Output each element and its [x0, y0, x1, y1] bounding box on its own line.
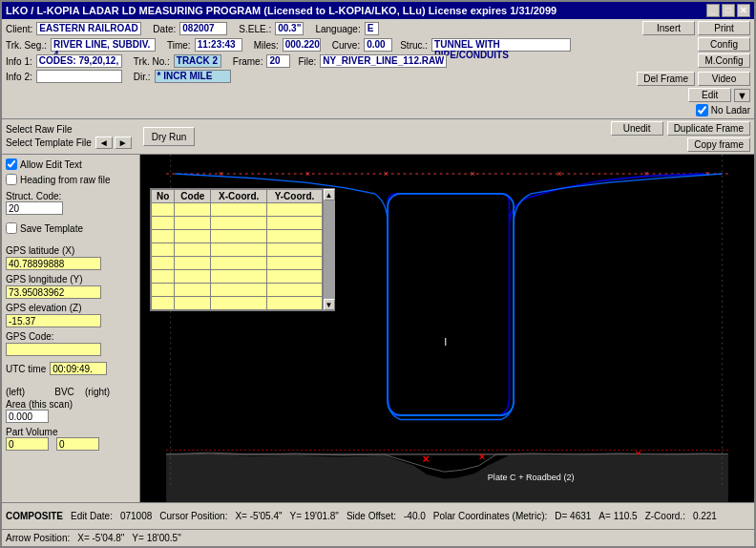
m-config-button[interactable]: M.Config	[698, 53, 750, 68]
main-window: LKO / L-KOPIA LADAR LD MEASURING PROGRAM…	[0, 0, 756, 548]
s-ele-value: 00.3"	[275, 22, 304, 35]
col-x: X-Coord.	[211, 190, 267, 203]
composite-label: COMPOSITE	[6, 511, 63, 521]
right-label: (right)	[85, 387, 110, 397]
data-table: No Code X-Coord. Y-Coord.	[150, 188, 335, 311]
language-value: E	[365, 22, 379, 35]
minimize-button[interactable]: _	[706, 4, 720, 17]
curve-label: Curve:	[332, 40, 360, 51]
del-frame-button[interactable]: Del Frame	[637, 72, 695, 86]
close-button[interactable]: ✕	[737, 4, 750, 17]
gps-elev-label: GPS elevation (Z)	[6, 303, 136, 313]
top-header: Client: EASTERN RAILROAD Date: 082007 S.…	[2, 19, 754, 119]
gps-elev-input[interactable]	[6, 314, 101, 327]
status-bar-2: Arrow Position: X= -5'04.8" Y= 18'00.5"	[2, 529, 754, 546]
unedit-button[interactable]: Unedit	[611, 121, 663, 136]
insert-button[interactable]: Insert	[642, 21, 695, 35]
gps-lat-input[interactable]	[6, 257, 101, 270]
area-value-input[interactable]	[6, 410, 49, 423]
copy-frame-button[interactable]: Copy frame	[687, 137, 750, 152]
bvc-label: BVC	[48, 387, 81, 397]
svg-text:×: ×	[384, 169, 388, 179]
heading-raw-checkbox[interactable]	[6, 174, 17, 185]
area-section: (left) BVC (right) Area (this scan) Part…	[6, 387, 136, 451]
info2-label: Info 2:	[6, 72, 32, 82]
cursor-pos-label: Cursor Position:	[159, 511, 227, 521]
scroll-down-btn[interactable]: ▼	[324, 299, 335, 310]
svg-text:Plate C + Roadbed (2): Plate C + Roadbed (2)	[488, 473, 575, 482]
copy-row: Copy frame	[611, 137, 750, 152]
part-vol-right[interactable]	[56, 437, 99, 451]
polar-a: A= 110.5	[598, 511, 637, 521]
side-offset-value: -40.0	[404, 511, 426, 521]
frame-value: 20	[266, 54, 290, 68]
gps-code-input[interactable]	[6, 343, 101, 356]
duplicate-frame-button[interactable]: Duplicate Frame	[667, 121, 750, 136]
header-right: Insert Print Config M.Config Del Frame V…	[578, 21, 750, 116]
scroll-right-button[interactable]: ►	[115, 137, 132, 149]
left-panel: Allow Edit Text Heading from raw file St…	[2, 155, 140, 502]
gps-lon-input[interactable]	[6, 285, 101, 299]
svg-text:I: I	[444, 336, 447, 348]
scroll-up-btn[interactable]: ▲	[324, 189, 335, 200]
z-coord-label: Z-Coord.:	[645, 511, 685, 521]
toolbar-area: Select Raw File Select Template File ◄ ►…	[2, 119, 754, 155]
maximize-button[interactable]: □	[722, 4, 735, 17]
part-vol-label: Part Volume	[6, 427, 57, 437]
heading-raw-row: Heading from raw file	[6, 174, 136, 185]
edit-date-label: Edit Date:	[71, 511, 113, 521]
unedit-dup-row: Unedit Duplicate Frame	[611, 121, 750, 136]
utc-input[interactable]	[50, 362, 107, 375]
miles-value: 000.220	[283, 38, 321, 52]
scroll-track[interactable]	[324, 200, 335, 299]
table-scrollbar[interactable]: ▲ ▼	[323, 189, 334, 310]
struc-label: Struc.:	[400, 40, 428, 51]
left-label: (left)	[6, 387, 44, 397]
date-label: Date:	[153, 24, 176, 34]
trk-no-value: TRACK 2	[174, 54, 221, 68]
frame-label: Frame:	[233, 56, 263, 67]
svg-text:×: ×	[479, 451, 485, 462]
time-label: Time:	[167, 40, 191, 51]
select-template-label: Select Template File	[6, 137, 92, 148]
select-raw-label: Select Raw File	[6, 124, 72, 135]
part-vol-left[interactable]	[6, 437, 49, 451]
file-selects: Select Raw File Select Template File ◄ ►	[6, 124, 132, 149]
area-value-row	[6, 410, 136, 423]
svg-text:×: ×	[423, 452, 430, 466]
svg-text:×: ×	[471, 169, 475, 179]
status-bar: COMPOSITE Edit Date: 071008 Cursor Posit…	[2, 502, 754, 529]
edit-button[interactable]: Edit	[688, 88, 731, 102]
time-value: 11:23:43	[195, 38, 242, 52]
struct-code-label: Struct. Code:	[6, 191, 136, 201]
allow-edit-checkbox[interactable]	[6, 158, 17, 170]
del-frame-row: Del Frame Video	[637, 72, 750, 86]
miles-label: Miles:	[254, 40, 279, 51]
save-template-row: Save Template	[6, 222, 136, 234]
header-row1: Client: EASTERN RAILROAD Date: 082007 S.…	[6, 21, 571, 36]
no-ladar-checkbox[interactable]	[696, 104, 708, 116]
col-y: Y-Coord.	[267, 190, 323, 203]
trk-seg-label: Trk. Seg.:	[6, 40, 47, 51]
print-button[interactable]: Print	[698, 21, 750, 35]
scroll-left-button[interactable]: ◄	[95, 137, 113, 149]
area-scan-row: Area (this scan)	[6, 399, 136, 410]
save-template-checkbox[interactable]	[6, 222, 17, 234]
allow-edit-label: Allow Edit Text	[20, 159, 82, 170]
gps-lat-label: GPS latitude (X)	[6, 245, 136, 256]
struct-code-input[interactable]	[6, 201, 63, 215]
video-button[interactable]: Video	[698, 72, 750, 86]
dry-run-button[interactable]: Dry Run	[143, 127, 196, 146]
dropdown-arrow[interactable]: ▼	[734, 89, 750, 102]
main-area: Allow Edit Text Heading from raw file St…	[2, 155, 754, 502]
canvas-area: 20 (322) No Code X-Coord. Y-Coord.	[140, 155, 754, 502]
template-file-row: Select Template File ◄ ►	[6, 137, 132, 149]
cursor-y: Y= 19'01.8"	[290, 511, 339, 521]
arrow-pos-label: Arrow Position:	[6, 533, 70, 543]
header-left: Client: EASTERN RAILROAD Date: 082007 S.…	[6, 21, 571, 84]
config-button[interactable]: Config	[698, 37, 750, 52]
col-no: No	[152, 190, 175, 203]
raw-file-row: Select Raw File	[6, 124, 132, 135]
date-value: 082007	[179, 22, 227, 35]
window-title: LKO / L-KOPIA LADAR LD MEASURING PROGRAM…	[6, 5, 556, 16]
